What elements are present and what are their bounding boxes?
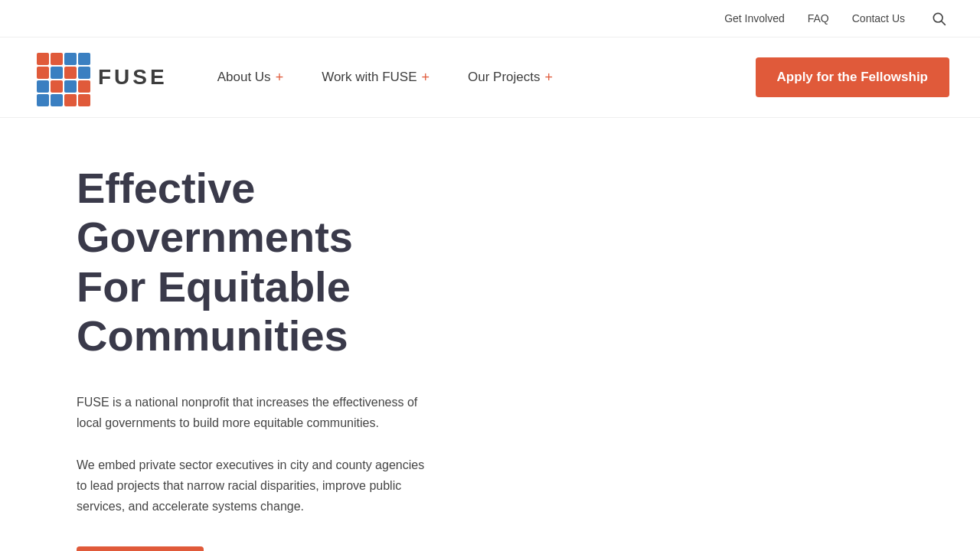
- hero-paragraph-2: We embed private sector executives in ci…: [77, 455, 429, 517]
- work-with-fuse-nav[interactable]: Work with FUSE +: [302, 62, 449, 93]
- fuse-logo-icon: [31, 47, 92, 108]
- learn-more-button[interactable]: Learn More: [77, 546, 204, 552]
- svg-rect-2: [37, 53, 49, 65]
- work-with-fuse-label: Work with FUSE: [322, 70, 416, 85]
- about-us-nav[interactable]: About Us +: [198, 62, 302, 93]
- logo-link[interactable]: FUSE: [31, 47, 168, 108]
- svg-rect-5: [78, 53, 90, 65]
- hero-section: Effective Governments For Equitable Comm…: [0, 118, 459, 551]
- nav-links: About Us + Work with FUSE + Our Projects…: [198, 62, 756, 93]
- svg-rect-8: [64, 67, 77, 79]
- contact-us-link[interactable]: Contact Us: [852, 12, 905, 24]
- svg-rect-15: [51, 94, 63, 106]
- top-bar: Get Involved FAQ Contact Us: [0, 0, 980, 37]
- svg-rect-10: [37, 80, 49, 93]
- search-button[interactable]: [928, 8, 949, 29]
- get-involved-link[interactable]: Get Involved: [724, 12, 785, 24]
- main-nav: FUSE About Us + Work with FUSE + Our Pro…: [0, 37, 980, 118]
- svg-rect-11: [51, 80, 63, 93]
- svg-rect-16: [64, 94, 77, 106]
- svg-rect-12: [64, 80, 77, 93]
- apply-fellowship-button[interactable]: Apply for the Fellowship: [756, 57, 949, 97]
- svg-line-1: [942, 21, 946, 25]
- search-icon: [931, 11, 946, 26]
- hero-paragraph-1: FUSE is a national nonprofit that increa…: [77, 392, 429, 433]
- svg-rect-13: [78, 80, 90, 93]
- hero-heading: Effective Governments For Equitable Comm…: [77, 164, 429, 361]
- svg-rect-6: [37, 67, 49, 79]
- svg-rect-14: [37, 94, 49, 106]
- our-projects-nav[interactable]: Our Projects +: [449, 62, 572, 93]
- faq-link[interactable]: FAQ: [808, 12, 829, 24]
- about-us-plus-icon: +: [276, 70, 284, 84]
- our-projects-plus-icon: +: [545, 70, 554, 84]
- svg-rect-7: [51, 67, 63, 79]
- logo-text: FUSE: [98, 65, 168, 90]
- svg-rect-4: [64, 53, 77, 65]
- our-projects-label: Our Projects: [468, 70, 540, 85]
- work-with-fuse-plus-icon: +: [422, 70, 430, 84]
- svg-rect-3: [51, 53, 63, 65]
- about-us-label: About Us: [217, 70, 271, 85]
- svg-rect-9: [78, 67, 90, 79]
- svg-rect-17: [78, 94, 90, 106]
